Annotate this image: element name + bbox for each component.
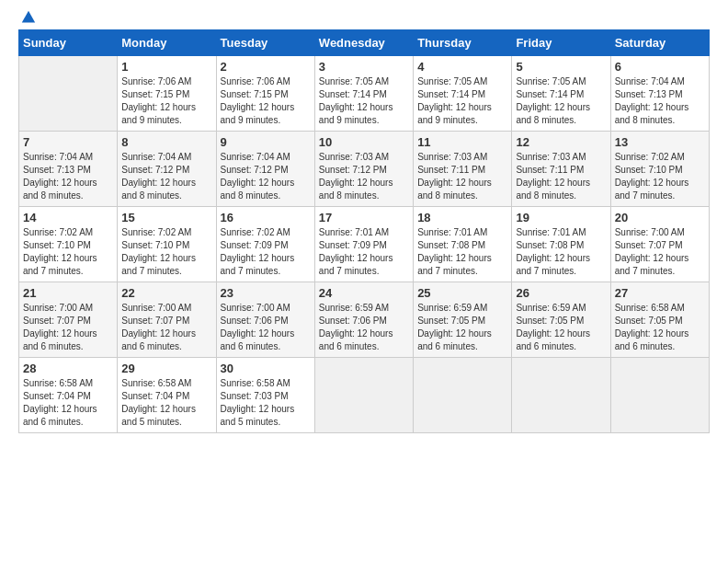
logo (18, 18, 37, 20)
calendar-cell: 2Sunrise: 7:06 AMSunset: 7:15 PMDaylight… (216, 56, 314, 132)
day-header-tuesday: Tuesday (216, 30, 314, 56)
day-number: 2 (221, 60, 311, 74)
calendar-cell (314, 358, 413, 433)
day-info: Sunrise: 6:59 AMSunset: 7:05 PMDaylight:… (417, 302, 507, 353)
day-info: Sunrise: 7:03 AMSunset: 7:11 PMDaylight:… (417, 151, 507, 202)
calendar-cell (610, 358, 709, 433)
calendar-cell: 15Sunrise: 7:02 AMSunset: 7:10 PMDayligh… (118, 207, 216, 282)
day-number: 8 (121, 135, 211, 149)
day-info: Sunrise: 7:05 AMSunset: 7:14 PMDaylight:… (319, 75, 409, 127)
day-info: Sunrise: 7:01 AMSunset: 7:08 PMDaylight:… (417, 226, 507, 278)
day-number: 14 (23, 211, 113, 224)
day-info: Sunrise: 7:03 AMSunset: 7:12 PMDaylight:… (319, 151, 409, 202)
day-info: Sunrise: 7:04 AMSunset: 7:12 PMDaylight:… (121, 151, 211, 202)
day-number: 1 (121, 60, 211, 74)
calendar-cell: 25Sunrise: 6:59 AMSunset: 7:05 PMDayligh… (414, 282, 512, 358)
calendar-cell: 21Sunrise: 7:00 AMSunset: 7:07 PMDayligh… (19, 282, 118, 358)
day-info: Sunrise: 7:04 AMSunset: 7:13 PMDaylight:… (615, 75, 705, 127)
day-info: Sunrise: 6:59 AMSunset: 7:05 PMDaylight:… (516, 302, 606, 353)
calendar-cell: 1Sunrise: 7:06 AMSunset: 7:15 PMDaylight… (118, 56, 216, 132)
day-info: Sunrise: 7:01 AMSunset: 7:09 PMDaylight:… (319, 226, 409, 278)
calendar-cell: 29Sunrise: 6:58 AMSunset: 7:04 PMDayligh… (118, 358, 216, 433)
calendar-cell: 13Sunrise: 7:02 AMSunset: 7:10 PMDayligh… (610, 132, 709, 207)
calendar-cell: 16Sunrise: 7:02 AMSunset: 7:09 PMDayligh… (216, 207, 314, 282)
calendar-cell: 19Sunrise: 7:01 AMSunset: 7:08 PMDayligh… (512, 207, 610, 282)
day-number: 7 (23, 135, 113, 149)
day-number: 24 (319, 286, 409, 300)
day-info: Sunrise: 7:02 AMSunset: 7:10 PMDaylight:… (615, 151, 705, 202)
calendar-cell: 30Sunrise: 6:58 AMSunset: 7:03 PMDayligh… (216, 358, 314, 433)
day-info: Sunrise: 7:02 AMSunset: 7:09 PMDaylight:… (221, 226, 311, 278)
day-number: 9 (221, 135, 311, 149)
calendar-cell: 14Sunrise: 7:02 AMSunset: 7:10 PMDayligh… (19, 207, 118, 282)
calendar-cell: 10Sunrise: 7:03 AMSunset: 7:12 PMDayligh… (314, 132, 413, 207)
day-number: 19 (516, 211, 606, 224)
day-info: Sunrise: 7:06 AMSunset: 7:15 PMDaylight:… (221, 75, 311, 127)
calendar-cell: 12Sunrise: 7:03 AMSunset: 7:11 PMDayligh… (512, 132, 610, 207)
day-info: Sunrise: 7:00 AMSunset: 7:07 PMDaylight:… (615, 226, 705, 278)
day-number: 5 (516, 60, 606, 74)
day-info: Sunrise: 6:58 AMSunset: 7:04 PMDaylight:… (23, 377, 113, 429)
day-header-saturday: Saturday (610, 30, 709, 56)
calendar-cell (19, 56, 118, 132)
calendar-cell: 7Sunrise: 7:04 AMSunset: 7:13 PMDaylight… (19, 132, 118, 207)
day-number: 21 (23, 286, 113, 300)
calendar-cell: 11Sunrise: 7:03 AMSunset: 7:11 PMDayligh… (414, 132, 512, 207)
calendar-cell: 18Sunrise: 7:01 AMSunset: 7:08 PMDayligh… (414, 207, 512, 282)
day-info: Sunrise: 7:00 AMSunset: 7:07 PMDaylight:… (23, 302, 113, 353)
day-number: 13 (615, 135, 705, 149)
day-info: Sunrise: 7:03 AMSunset: 7:11 PMDaylight:… (516, 151, 606, 202)
calendar-cell: 8Sunrise: 7:04 AMSunset: 7:12 PMDaylight… (118, 132, 216, 207)
day-info: Sunrise: 7:02 AMSunset: 7:10 PMDaylight:… (121, 226, 211, 278)
day-number: 20 (615, 211, 705, 224)
day-info: Sunrise: 6:58 AMSunset: 7:05 PMDaylight:… (615, 302, 705, 353)
day-number: 16 (221, 211, 311, 224)
calendar-cell (512, 358, 610, 433)
day-number: 15 (121, 211, 211, 224)
day-header-sunday: Sunday (19, 30, 118, 56)
calendar-cell: 22Sunrise: 7:00 AMSunset: 7:07 PMDayligh… (118, 282, 216, 358)
calendar-cell: 9Sunrise: 7:04 AMSunset: 7:12 PMDaylight… (216, 132, 314, 207)
day-header-monday: Monday (118, 30, 216, 56)
day-number: 6 (615, 60, 705, 74)
day-number: 25 (417, 286, 507, 300)
calendar-cell: 20Sunrise: 7:00 AMSunset: 7:07 PMDayligh… (610, 207, 709, 282)
calendar-cell: 24Sunrise: 6:59 AMSunset: 7:06 PMDayligh… (314, 282, 413, 358)
logo-icon (20, 9, 37, 26)
day-info: Sunrise: 7:05 AMSunset: 7:14 PMDaylight:… (516, 75, 606, 127)
day-info: Sunrise: 7:05 AMSunset: 7:14 PMDaylight:… (417, 75, 507, 127)
calendar-cell: 26Sunrise: 6:59 AMSunset: 7:05 PMDayligh… (512, 282, 610, 358)
day-number: 18 (417, 211, 507, 224)
day-header-friday: Friday (512, 30, 610, 56)
day-info: Sunrise: 7:00 AMSunset: 7:07 PMDaylight:… (121, 302, 211, 353)
calendar-cell: 17Sunrise: 7:01 AMSunset: 7:09 PMDayligh… (314, 207, 413, 282)
day-info: Sunrise: 7:04 AMSunset: 7:12 PMDaylight:… (221, 151, 311, 202)
day-info: Sunrise: 6:58 AMSunset: 7:03 PMDaylight:… (221, 377, 311, 429)
calendar-cell: 23Sunrise: 7:00 AMSunset: 7:06 PMDayligh… (216, 282, 314, 358)
header (18, 18, 710, 20)
day-header-thursday: Thursday (414, 30, 512, 56)
day-number: 30 (221, 362, 311, 375)
calendar-cell: 3Sunrise: 7:05 AMSunset: 7:14 PMDaylight… (314, 56, 413, 132)
calendar-cell (414, 358, 512, 433)
day-info: Sunrise: 7:04 AMSunset: 7:13 PMDaylight:… (23, 151, 113, 202)
day-info: Sunrise: 7:01 AMSunset: 7:08 PMDaylight:… (516, 226, 606, 278)
day-number: 3 (319, 60, 409, 74)
calendar-cell: 4Sunrise: 7:05 AMSunset: 7:14 PMDaylight… (414, 56, 512, 132)
day-number: 12 (516, 135, 606, 149)
day-number: 27 (615, 286, 705, 300)
calendar-cell: 28Sunrise: 6:58 AMSunset: 7:04 PMDayligh… (19, 358, 118, 433)
day-number: 28 (23, 362, 113, 375)
day-number: 17 (319, 211, 409, 224)
calendar-table: SundayMondayTuesdayWednesdayThursdayFrid… (18, 29, 710, 433)
day-number: 10 (319, 135, 409, 149)
day-number: 29 (121, 362, 211, 375)
day-number: 4 (417, 60, 507, 74)
calendar-cell: 6Sunrise: 7:04 AMSunset: 7:13 PMDaylight… (610, 56, 709, 132)
calendar-cell: 27Sunrise: 6:58 AMSunset: 7:05 PMDayligh… (610, 282, 709, 358)
day-header-wednesday: Wednesday (314, 30, 413, 56)
day-number: 11 (417, 135, 507, 149)
day-number: 22 (121, 286, 211, 300)
day-number: 26 (516, 286, 606, 300)
day-number: 23 (221, 286, 311, 300)
